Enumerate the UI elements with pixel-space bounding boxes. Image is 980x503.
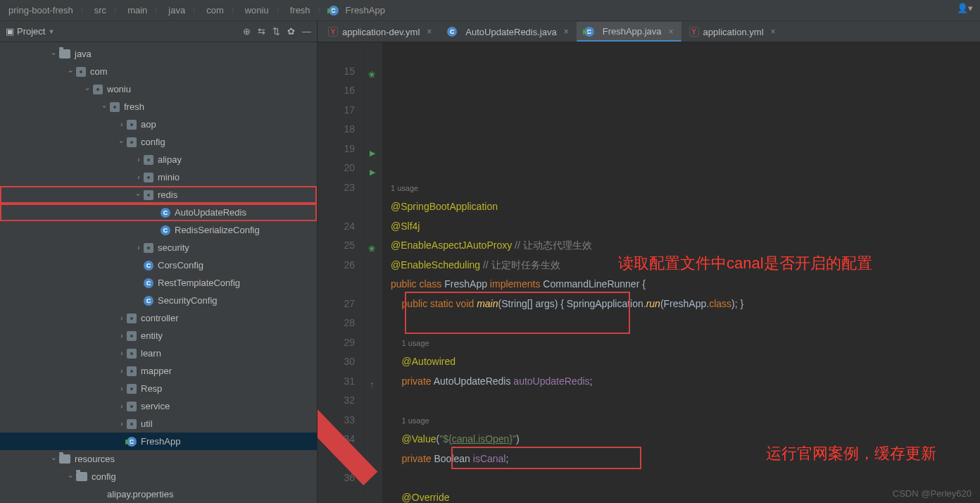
code-line[interactable]: @EnableAspectJAutoProxy // 让动态代理生效 (391, 236, 980, 256)
tree-label: AutoUpdateRedis (175, 207, 246, 218)
tree-item-config[interactable]: config (0, 468, 317, 485)
class-icon (144, 296, 153, 306)
settings-icon[interactable]: ✿ (287, 26, 295, 37)
tree-item-redisserializeconfig[interactable]: RedisSerializeConfig (0, 221, 317, 239)
tree-item-aop[interactable]: aop (0, 116, 317, 133)
tree-item-resources[interactable]: resources (0, 450, 317, 468)
project-view-icon[interactable]: ▣ (6, 26, 14, 37)
class-icon (161, 208, 170, 218)
tree-item-alipay[interactable]: alipay (0, 151, 317, 168)
tab-AutoUpdateRedis.java[interactable]: AutoUpdateRedis.java× (439, 22, 576, 42)
tree-label: java (75, 49, 92, 59)
dropdown-icon[interactable]: ▼ (48, 28, 54, 35)
expand-icon[interactable]: ⇆ (258, 26, 265, 37)
code-line[interactable]: 1 usage (391, 333, 980, 353)
code-editor[interactable]: 1516171819202324252627282930313233343536… (318, 42, 980, 503)
code-line[interactable]: @SpringBootApplication (391, 197, 980, 217)
tab-application.yml[interactable]: application.yml× (681, 22, 784, 42)
breadcrumb-item[interactable]: main (125, 5, 150, 15)
tree-item-securityconfig[interactable]: SecurityConfig (0, 292, 317, 309)
tree-item-entity[interactable]: entity (0, 327, 317, 344)
code-line[interactable]: @Slf4j (391, 217, 980, 237)
code-line[interactable]: 1 usage (391, 411, 980, 430)
close-icon[interactable]: × (771, 27, 776, 37)
tree-item-alipay.properties[interactable]: alipay.properties (0, 485, 317, 503)
tree-item-mapper[interactable]: mapper (0, 362, 317, 380)
pkg-icon (76, 67, 86, 77)
tree-label: SecurityConfig (158, 295, 218, 306)
tree-label: aop (141, 119, 156, 130)
close-icon[interactable]: × (669, 27, 674, 37)
close-icon[interactable]: × (564, 27, 569, 37)
pkg-icon (127, 313, 137, 323)
tree-item-resttemplateconfig[interactable]: RestTemplateConfig (0, 274, 317, 292)
tree-item-minio[interactable]: minio (0, 168, 317, 186)
breadcrumb-item[interactable]: fresh (287, 5, 313, 15)
tree-label: resources (75, 454, 115, 464)
tab-application-dev.yml[interactable]: application-dev.yml× (320, 22, 439, 42)
tree-item-security[interactable]: security (0, 239, 317, 256)
tree-item-corsconfig[interactable]: CorsConfig (0, 256, 317, 274)
tree-item-resp[interactable]: Resp (0, 380, 317, 397)
tree-label: alipay.properties (107, 489, 173, 499)
tree-item-com[interactable]: com (0, 63, 317, 80)
pkg-icon (127, 137, 137, 147)
user-icon[interactable]: 👤▾ (957, 3, 973, 13)
tree-item-controller[interactable]: controller (0, 309, 317, 327)
tree-label: config (92, 471, 116, 482)
watermark: CSDN @Perley620 (893, 488, 972, 499)
pkg-icon (93, 85, 103, 94)
tree-item-autoupdateredis[interactable]: AutoUpdateRedis (0, 204, 317, 221)
class-icon (161, 225, 170, 235)
code-line[interactable]: public static void main(String[] args) {… (391, 294, 980, 314)
code-line[interactable] (391, 391, 980, 411)
code-line[interactable]: 1 usage (391, 178, 980, 198)
breadcrumbs: pring-boot-freshsrcmainjavacomwoniufresh… (0, 0, 980, 21)
tree-item-config[interactable]: config (0, 133, 317, 151)
tree-item-service[interactable]: service (0, 397, 317, 415)
tree-label: Resp (141, 383, 162, 394)
pkg-icon (127, 349, 137, 359)
tree-item-util[interactable]: util (0, 415, 317, 433)
code-line[interactable]: @Value("${canal.isOpen}") (391, 430, 980, 449)
tree-label: fresh (124, 101, 144, 112)
code-line[interactable] (391, 313, 980, 333)
tree-item-redis[interactable]: redis (0, 186, 317, 204)
tree-item-java[interactable]: java (0, 45, 317, 63)
yaml-icon (689, 27, 699, 37)
yaml-icon (328, 27, 338, 37)
code-line[interactable]: @EnableScheduling // 让定时任务生效 (391, 256, 980, 275)
project-label[interactable]: Project (17, 26, 45, 37)
breadcrumb-item[interactable]: pring-boot-fresh (6, 5, 76, 15)
code-line[interactable]: public class FreshApp implements Command… (391, 275, 980, 294)
tree-label: alipay (158, 154, 182, 165)
hide-icon[interactable]: — (302, 26, 311, 37)
pkg-icon (127, 331, 137, 341)
code-line[interactable]: private Boolean isCanal; (391, 449, 980, 469)
code-line[interactable]: @Override (391, 488, 980, 504)
locate-icon[interactable]: ⊕ (243, 26, 251, 37)
breadcrumb-item[interactable]: woniu (242, 5, 272, 15)
tree-item-woniu[interactable]: woniu (0, 80, 317, 98)
pkg-icon (144, 155, 153, 165)
breadcrumb-item[interactable]: FreshApp (343, 5, 388, 15)
code-line[interactable]: @Autowired (391, 352, 980, 372)
project-tree[interactable]: javacomwoniufreshaopconfigalipayminiored… (0, 42, 317, 503)
pkg-icon (127, 419, 137, 429)
tree-label: mapper (141, 366, 172, 376)
tab-FreshApp.java[interactable]: FreshApp.java× (577, 22, 681, 42)
tree-item-learn[interactable]: learn (0, 344, 317, 362)
breadcrumb-item[interactable]: com (203, 5, 227, 15)
close-icon[interactable]: × (427, 27, 432, 37)
code-line[interactable] (391, 468, 980, 488)
tree-item-fresh[interactable]: fresh (0, 98, 317, 116)
breadcrumb-item[interactable]: java (165, 5, 188, 15)
tree-label: controller (141, 313, 178, 323)
tree-item-freshapp[interactable]: FreshApp (0, 433, 317, 450)
breadcrumb-item[interactable]: src (92, 5, 109, 15)
tree-label: redis (158, 190, 177, 200)
collapse-icon[interactable]: ⇅ (272, 26, 280, 37)
code-line[interactable]: private AutoUpdateRedis autoUpdateRedis; (391, 372, 980, 392)
editor-area: application-dev.yml×AutoUpdateRedis.java… (318, 21, 980, 503)
project-header: ▣ Project ▼ ⊕ ⇆ ⇅ ✿ — (0, 21, 317, 42)
